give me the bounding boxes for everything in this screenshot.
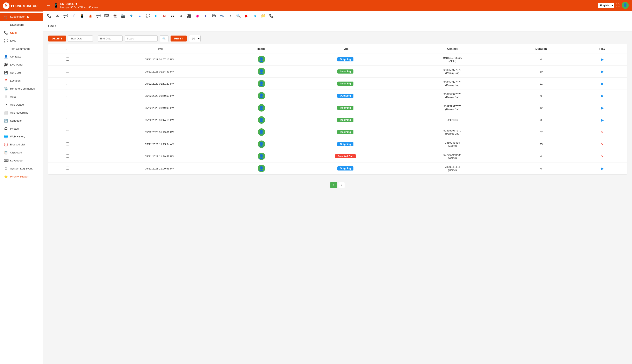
row-5-duration: 0 [505,114,577,126]
discord-toolbar-icon[interactable]: 🎮 [210,12,217,19]
blocked-list-label: Blocked List [10,143,25,146]
sidebar-item-web-history[interactable]: 🌐Web History [0,132,43,140]
page-1-button[interactable]: 1 [330,182,337,188]
sidebar-item-blocked-list[interactable]: 🚫Blocked List [0,140,43,148]
row-1-avatar: 👤 [258,68,265,75]
reset-button[interactable]: RESET [170,36,187,42]
calls-label: Calls [10,31,17,34]
row-3-checkbox[interactable] [66,94,69,97]
sidebar-item-sms[interactable]: 💬SMS [0,37,43,45]
sidebar-item-text-commands[interactable]: —Text Commands [0,45,43,52]
sidebar-item-location[interactable]: 📍Location [0,76,43,85]
per-page-select[interactable]: 10 25 50 [189,35,200,42]
back-button[interactable]: ← [47,3,51,8]
row-9-checkbox[interactable] [66,166,69,170]
row-1-checkbox[interactable] [66,70,69,73]
row-0-checkbox[interactable] [66,58,69,60]
app-recording-icon: ⬜ [4,111,8,114]
subscription-label: Subscription [10,15,25,18]
sidebar-item-dashboard[interactable]: ⊞Dashboard [0,21,43,29]
youtube-toolbar-icon[interactable]: ▶ [243,12,250,19]
row-8-checkbox[interactable] [66,154,69,158]
folder-toolbar-icon[interactable]: 📁 [260,12,267,19]
sidebar-item-live-panel[interactable]: 🎥Live Panel [0,60,43,68]
gmail-toolbar-icon[interactable]: M [161,12,168,19]
sd-card-icon: 💾 [4,71,8,74]
web-history-label: Web History [10,135,25,138]
instagram-toolbar-icon[interactable]: 📷 [120,12,127,19]
sidebar-item-schedule[interactable]: 🔄Schedule [0,117,43,125]
sidebar-item-app-usage[interactable]: ◔App Usage [0,101,43,109]
row-5-play-button[interactable]: ▶ [601,118,604,122]
tiktok-toolbar-icon[interactable]: ♪ [227,12,234,19]
row-7-delete-button[interactable]: ✕ [601,142,604,146]
bbm-toolbar-icon[interactable]: BB [169,12,176,19]
fullscreen-button[interactable]: ⛶ [616,3,620,8]
flickr-toolbar-icon[interactable]: ◉ [194,12,201,19]
sidebar-item-photos[interactable]: 🖼Photos [0,125,43,132]
row-7-duration: 35 [505,138,577,150]
imessage-toolbar-icon[interactable]: 💬 [144,12,151,19]
row-7-checkbox[interactable] [66,142,69,146]
sidebar-item-apps[interactable]: ⊞Apps [0,93,43,101]
language-select[interactable]: English [598,3,614,8]
search-input[interactable] [125,35,158,42]
sidebar-item-calls[interactable]: 📞Calls [0,29,43,37]
snapchat-toolbar-icon[interactable]: 👻 [111,12,118,19]
row-2-checkbox[interactable] [66,82,69,85]
facebook-toolbar-icon[interactable]: f [70,12,77,19]
meet-toolbar-icon[interactable]: 🎥 [185,12,192,19]
row-9-time: 05/21/2023 11:09:53 PM [87,162,232,174]
skype-toolbar-icon[interactable]: ◉ [87,12,94,19]
row-6-delete-button[interactable]: ✕ [601,130,604,134]
end-date-input[interactable] [98,35,123,42]
keyboard-toolbar-icon[interactable]: ⌨ [103,12,110,19]
bio-toolbar-icon[interactable]: B [177,12,184,19]
skype2-toolbar-icon[interactable]: S [251,12,258,19]
row-0-play-button[interactable]: ▶ [601,57,604,62]
sidebar-item-clipboard[interactable]: 📋Clipboard [0,148,43,156]
page-2-button[interactable]: 2 [338,182,345,188]
whatsapp-toolbar-icon[interactable]: 💬 [62,12,69,19]
row-9-type-badge: Outgoing [337,166,353,170]
sidebar-item-subscription[interactable]: 🛒Subscription ▶ [0,13,43,21]
sidebar-item-remote-commands[interactable]: 📡Remote Commands [0,85,43,93]
teams-toolbar-icon[interactable]: T [202,12,209,19]
wechat-toolbar-icon[interactable]: 💬 [95,12,102,19]
viber-toolbar-icon[interactable]: 📱 [79,12,86,19]
row-6-checkbox[interactable] [66,130,69,133]
telegram-toolbar-icon[interactable]: ✈ [128,12,135,19]
user-avatar[interactable]: 👤 [622,2,629,9]
sidebar-item-system-log[interactable]: ⚙System Log Event [0,164,43,172]
phone2-toolbar-icon[interactable]: 📞 [268,12,275,19]
row-3-play-button[interactable]: ▶ [601,93,604,98]
row-5-checkbox[interactable] [66,118,69,121]
phone-toolbar-icon[interactable]: 📞 [46,12,53,19]
app-recording-label: App Recording [10,111,28,114]
sidebar-item-keylogger[interactable]: ⌨KeyLogger [0,156,43,164]
vk-toolbar-icon[interactable]: VK [219,12,226,19]
table-row: 05/21/2023 11:09:53 PM👤Outgoing786904843… [48,162,627,174]
select-all-checkbox[interactable] [66,47,69,50]
row-2-play-button[interactable]: ▶ [601,81,604,86]
sidebar-item-app-recording[interactable]: ⬜App Recording [0,109,43,117]
search-toolbar-icon[interactable]: 🔍 [235,12,242,19]
hike-toolbar-icon[interactable]: H [153,12,160,19]
search-button[interactable]: 🔍 [160,35,168,42]
delete-button[interactable]: DELETE [48,36,66,42]
row-9-play-button[interactable]: ▶ [601,166,604,171]
sidebar-item-sd-card[interactable]: 💾SD Card [0,68,43,76]
start-date-input[interactable] [68,35,93,42]
row-1-play-button[interactable]: ▶ [601,69,604,74]
sidebar-item-contacts[interactable]: 👤Contacts [0,52,43,60]
email-toolbar-icon[interactable]: ✉ [54,12,61,19]
row-4-play-button[interactable]: ▶ [601,106,604,110]
dashboard-icon: ⊞ [4,23,8,27]
zalo-toolbar-icon[interactable]: Z [136,12,143,19]
table-row: 05/22/2023 01:44:18 PM👤IncomingUnknown0▶ [48,114,627,126]
row-8-delete-button[interactable]: ✕ [601,154,604,158]
row-4-checkbox[interactable] [66,106,69,109]
sidebar-item-priority-support[interactable]: ⭐Priority Support [0,172,43,180]
topbar-left: ← 📱 SM-S908E ▼ Last sync 36 Days,7 Hours… [47,2,99,9]
row-3-contact: 918959977670(Pankaj Jat) [400,90,505,102]
